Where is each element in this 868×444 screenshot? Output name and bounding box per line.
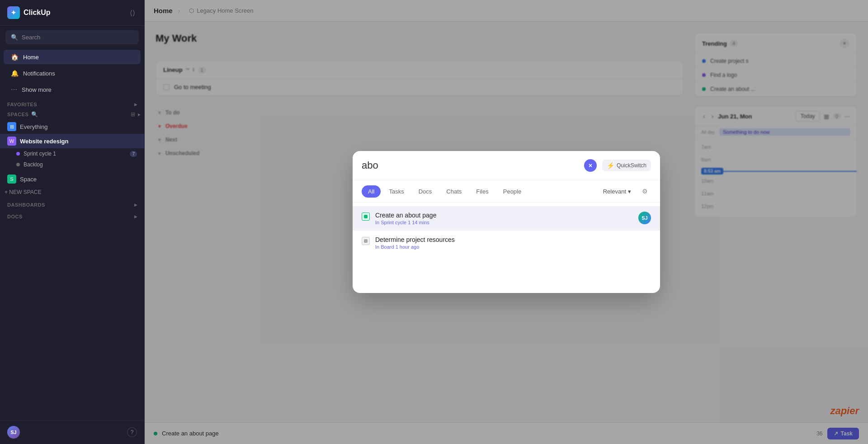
sprint-cycle-dot-icon xyxy=(16,152,20,156)
home-icon: 🏠 xyxy=(11,53,19,61)
result-location-2: Board xyxy=(381,244,394,250)
sidebar-item-everything[interactable]: ⊞ Everything xyxy=(0,119,144,134)
modal-results: Create an about page In Sprint cycle 1 1… xyxy=(353,203,660,293)
everything-label: Everything xyxy=(20,123,47,130)
filter-right-controls: Relevant ▾ ⚙ xyxy=(599,185,651,198)
filter-all-label: All xyxy=(368,188,374,195)
sprint-cycle-label: Sprint cycle 1 xyxy=(24,151,56,157)
filter-docs-label: Docs xyxy=(419,188,432,195)
result-avatar-initials-1: SJ xyxy=(642,215,647,221)
app-name: ClickUp xyxy=(24,9,51,17)
spaces-expand-icon[interactable]: ⊞ xyxy=(131,111,135,118)
spaces-search-icon[interactable]: 🔍 xyxy=(31,111,38,118)
filter-tasks-label: Tasks xyxy=(389,188,404,195)
sprint-cycle-badge: 7 xyxy=(130,151,137,157)
help-button[interactable]: ? xyxy=(127,427,137,437)
result-meta-prefix-1: In xyxy=(375,220,381,225)
docs-label: DOCS xyxy=(7,214,23,219)
docs-section-header: DOCS ▸ xyxy=(0,210,144,222)
result-status-dot-1 xyxy=(364,215,368,218)
relevance-sort-button[interactable]: Relevant ▾ xyxy=(599,186,635,197)
filter-tab-docs[interactable]: Docs xyxy=(412,185,439,198)
clear-icon: × xyxy=(589,162,592,169)
settings-icon: ⚙ xyxy=(642,188,648,195)
quickswitch-button[interactable]: ⚡ QuickSwitch xyxy=(602,160,651,171)
nav-notifications-label: Notifications xyxy=(23,70,55,77)
sidebar-item-backlog[interactable]: Backlog xyxy=(0,159,144,170)
result-content-2: Determine project resources In Board 1 h… xyxy=(375,236,651,250)
new-space-button[interactable]: + NEW SPACE xyxy=(0,186,144,198)
search-result-2[interactable]: Determine project resources In Board 1 h… xyxy=(353,231,660,255)
spaces-chevron-icon[interactable]: ▸ xyxy=(138,111,141,118)
result-location-1: Sprint cycle 1 xyxy=(381,220,410,225)
result-time-1: 14 mins xyxy=(410,220,429,225)
nav-show-more-label: Show more xyxy=(22,86,52,93)
filter-people-label: People xyxy=(503,188,521,195)
logo-area: ✦ ClickUp xyxy=(7,6,51,19)
sidebar-item-space[interactable]: S Space xyxy=(0,172,144,186)
dashboards-label: DASHBOARDS xyxy=(7,202,45,208)
spaces-label: SPACES xyxy=(7,112,28,117)
sort-chevron-icon: ▾ xyxy=(628,188,631,195)
modal-search-bar: × ⚡ QuickSwitch xyxy=(353,151,660,180)
sidebar-item-notifications[interactable]: 🔔 Notifications xyxy=(4,66,141,80)
quickswitch-label: QuickSwitch xyxy=(617,162,646,169)
result-meta-2: In Board 1 hour ago xyxy=(375,244,651,250)
search-modal-overlay[interactable]: × ⚡ QuickSwitch All Tasks Docs xyxy=(145,0,868,444)
new-space-label: + NEW SPACE xyxy=(5,189,41,195)
sidebar-header: ✦ ClickUp ⟨⟩ xyxy=(0,0,144,26)
backlog-label: Backlog xyxy=(24,161,43,168)
modal-clear-button[interactable]: × xyxy=(584,159,597,172)
space-icon: S xyxy=(7,175,16,184)
filter-tab-people[interactable]: People xyxy=(497,185,528,198)
search-bar[interactable]: 🔍 Search xyxy=(5,30,139,44)
website-redesign-label: Website redesign xyxy=(20,138,68,145)
relevance-label: Relevant xyxy=(603,188,626,195)
filter-tab-all[interactable]: All xyxy=(362,185,381,198)
dashboards-section-header: DASHBOARDS ▸ xyxy=(0,198,144,210)
search-icon: 🔍 xyxy=(11,34,18,41)
user-initials: SJ xyxy=(10,430,16,435)
nav-home-label: Home xyxy=(23,54,39,61)
user-avatar[interactable]: SJ xyxy=(7,426,20,439)
result-title-2: Determine project resources xyxy=(375,236,651,243)
docs-chevron-icon[interactable]: ▸ xyxy=(134,213,137,220)
search-placeholder: Search xyxy=(22,34,40,41)
result-content-1: Create an about page In Sprint cycle 1 1… xyxy=(375,212,633,225)
modal-search-input[interactable] xyxy=(362,160,579,171)
spaces-section-header: SPACES 🔍 ⊞ ▸ xyxy=(0,109,144,119)
bell-icon: 🔔 xyxy=(11,70,19,77)
result-avatar-1: SJ xyxy=(638,212,651,224)
result-meta-1: In Sprint cycle 1 14 mins xyxy=(375,220,633,225)
quickswitch-icon: ⚡ xyxy=(607,162,614,169)
filter-tab-chats[interactable]: Chats xyxy=(440,185,468,198)
filter-tab-tasks[interactable]: Tasks xyxy=(382,185,410,198)
search-result-1[interactable]: Create an about page In Sprint cycle 1 1… xyxy=(353,206,660,231)
result-status-dot-2 xyxy=(364,239,368,243)
sidebar-item-home[interactable]: 🏠 Home xyxy=(4,50,141,64)
space-label: Space xyxy=(20,176,37,183)
filter-chats-label: Chats xyxy=(446,188,462,195)
result-title-1: Create an about page xyxy=(375,212,633,219)
sidebar-item-sprint-cycle-1[interactable]: Sprint cycle 1 7 xyxy=(0,148,144,159)
collapse-sidebar-button[interactable]: ⟨⟩ xyxy=(128,7,137,19)
search-modal: × ⚡ QuickSwitch All Tasks Docs xyxy=(353,151,660,293)
search-settings-button[interactable]: ⚙ xyxy=(638,185,651,198)
result-time-2: 1 hour ago xyxy=(394,244,420,250)
filter-tab-files[interactable]: Files xyxy=(470,185,495,198)
clickup-logo-icon: ✦ xyxy=(7,6,20,19)
favorites-chevron-icon[interactable]: ▸ xyxy=(134,101,137,108)
dashboards-chevron-icon[interactable]: ▸ xyxy=(134,202,137,208)
filter-files-label: Files xyxy=(476,188,488,195)
result-icon-1 xyxy=(362,213,370,221)
result-meta-prefix-2: In xyxy=(375,244,381,250)
more-icon: ⋯ xyxy=(11,86,17,93)
modal-filter-bar: All Tasks Docs Chats Files People xyxy=(353,180,660,203)
website-redesign-icon: W xyxy=(7,137,16,146)
sidebar-item-show-more[interactable]: ⋯ Show more xyxy=(4,82,141,97)
favorites-label: FAVORITES xyxy=(7,102,37,107)
everything-icon: ⊞ xyxy=(7,122,16,131)
sidebar: ✦ ClickUp ⟨⟩ 🔍 Search 🏠 Home 🔔 Notificat… xyxy=(0,0,145,444)
sidebar-item-website-redesign[interactable]: W Website redesign xyxy=(0,134,144,148)
sidebar-footer: SJ ? xyxy=(0,420,144,444)
